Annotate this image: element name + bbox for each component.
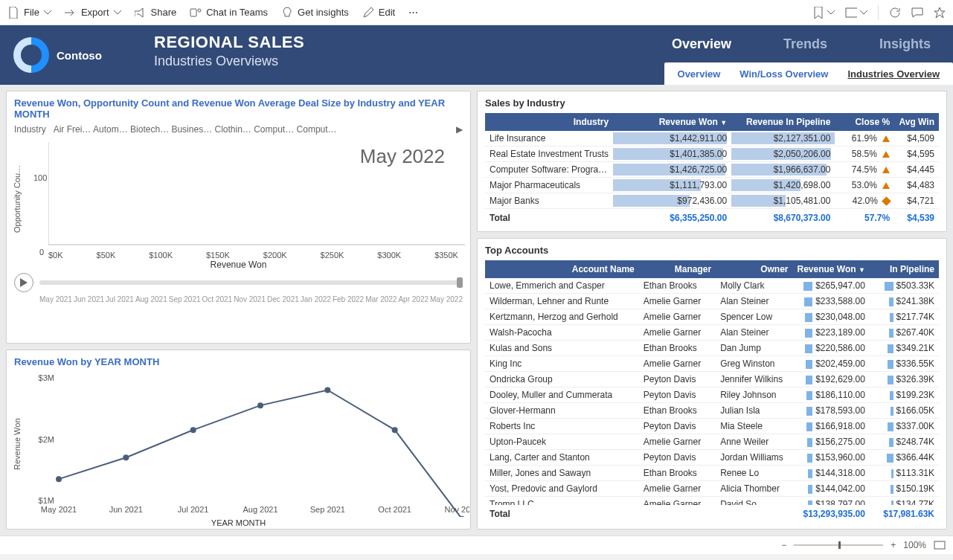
svg-rect-22 <box>934 541 945 549</box>
legend-item[interactable]: Comput… <box>254 124 294 135</box>
line-chart-card[interactable]: Revenue Won by YEAR MONTH Revenue Won $3… <box>6 350 471 530</box>
svg-text:Jul 2021: Jul 2021 <box>178 505 209 514</box>
status-bar: − + 100% <box>0 535 953 554</box>
file-icon <box>7 7 19 19</box>
legend-scroll-right-icon[interactable]: ▶ <box>456 124 463 135</box>
svg-text:Sep 2021: Sep 2021 <box>310 505 345 514</box>
ellipsis-icon: ⋯ <box>408 7 418 18</box>
pencil-icon <box>362 7 374 19</box>
star-icon[interactable] <box>934 7 946 19</box>
scatter-x-label: Revenue Won <box>14 260 463 270</box>
legend-item[interactable]: Busines… <box>171 124 212 135</box>
insights-button[interactable]: Get insights <box>281 7 349 19</box>
table-row[interactable]: Miller, Jones and Sawayn Ethan Brooks Re… <box>485 466 939 481</box>
svg-text:$3M: $3M <box>39 373 54 382</box>
table-row[interactable]: Life Insurance $1,442,911.00 $2,127,351.… <box>485 131 939 147</box>
tab-insights[interactable]: Insights <box>879 36 931 52</box>
refresh-icon[interactable] <box>889 7 901 19</box>
scatter-y-label: Opportunity Cou… <box>13 139 26 258</box>
legend-item[interactable]: Comput… <box>297 124 337 135</box>
svg-point-18 <box>392 427 398 433</box>
time-slider[interactable] <box>14 273 463 292</box>
table-row[interactable]: Kulas and Sons Ethan Brooks Dan Jump $22… <box>485 341 939 356</box>
fit-page-icon[interactable] <box>934 541 946 550</box>
line-x-label: YEAR MONTH <box>14 518 463 527</box>
chevron-down-icon <box>860 10 867 15</box>
subtab-winloss[interactable]: Win/Loss Overview <box>739 68 828 80</box>
comment-icon[interactable] <box>911 7 923 19</box>
zoom-level: 100% <box>903 540 926 550</box>
edit-button[interactable]: Edit <box>362 7 395 19</box>
table-row[interactable]: Lang, Carter and Stanton Peyton Davis Jo… <box>485 450 939 466</box>
table-row[interactable]: Dooley, Muller and Cummerata Peyton Davi… <box>485 387 939 403</box>
accounts-header: Account NameManagerOwnerRevenue Won ▼In … <box>485 260 939 278</box>
salesind-table[interactable]: IndustryRevenue Won ▼Revenue In Pipeline… <box>485 113 939 227</box>
table-row[interactable]: Lowe, Emmerich and Casper Ethan Brooks M… <box>485 278 939 294</box>
accounts-title: Top Accounts <box>485 245 939 256</box>
more-menu[interactable]: ⋯ <box>408 7 418 18</box>
svg-point-8 <box>56 476 62 482</box>
legend-item[interactable]: Clothin… <box>214 124 251 135</box>
zoom-in-button[interactable]: + <box>891 540 896 550</box>
svg-text:Aug 2021: Aug 2021 <box>243 505 277 514</box>
subtab-overview[interactable]: Overview <box>678 68 721 80</box>
report-canvas: Revenue Won, Opportunity Count and Reven… <box>0 85 953 535</box>
legend-item[interactable]: Biotech… <box>130 124 169 135</box>
subtab-industries[interactable]: Industries Overview <box>847 68 940 80</box>
play-button[interactable] <box>14 273 33 292</box>
bookmark-icon[interactable] <box>812 7 824 19</box>
zoom-out-button[interactable]: − <box>781 540 786 550</box>
svg-point-10 <box>123 454 129 460</box>
teams-chat-button[interactable]: Chat in Teams <box>190 7 268 19</box>
zoom-slider[interactable] <box>794 544 883 546</box>
table-row[interactable]: Roberts Inc Peyton Davis Mia Steele $166… <box>485 419 939 434</box>
svg-text:$2M: $2M <box>39 435 54 444</box>
slider-thumb[interactable] <box>457 277 463 288</box>
svg-text:May 2021: May 2021 <box>41 505 77 514</box>
view-icon[interactable] <box>845 7 857 19</box>
top-accounts-card[interactable]: Top Accounts Account NameManagerOwnerRev… <box>477 238 947 530</box>
svg-point-14 <box>257 402 263 408</box>
share-button[interactable]: Share <box>135 7 177 19</box>
svg-point-1 <box>198 9 201 12</box>
table-row[interactable]: Yost, Predovic and Gaylord Amelie Garner… <box>485 481 939 497</box>
table-row[interactable]: Major Pharmaceuticals $1,111,793.00 $1,4… <box>485 178 939 193</box>
table-row[interactable]: King Inc Amelie Garner Greg Winston $202… <box>485 356 939 372</box>
table-row[interactable]: Tromp LLC Amelie Garner David So $138,79… <box>485 497 939 506</box>
svg-text:Nov 2021: Nov 2021 <box>444 505 469 514</box>
table-row[interactable]: Wilderman, Lehner and Runte Amelie Garne… <box>485 294 939 309</box>
export-icon <box>65 7 77 19</box>
svg-point-12 <box>190 427 196 433</box>
accounts-table[interactable]: Lowe, Emmerich and Casper Ethan Brooks M… <box>485 278 939 505</box>
export-menu[interactable]: Export <box>65 7 121 19</box>
table-row[interactable]: Glover-Hermann Ethan Brooks Julian Isla … <box>485 403 939 419</box>
bulb-icon <box>281 7 293 19</box>
file-menu[interactable]: File <box>7 7 51 19</box>
chevron-down-icon <box>44 10 51 15</box>
slider-track[interactable] <box>39 280 463 285</box>
chevron-down-icon <box>827 10 835 15</box>
scatter-chart-card[interactable]: Revenue Won, Opportunity Count and Reven… <box>6 91 471 344</box>
table-row[interactable]: Walsh-Pacocha Amelie Garner Alan Steiner… <box>485 325 939 341</box>
legend-item[interactable]: Air Frei… <box>54 124 92 135</box>
table-row[interactable]: Major Banks $972,436.00 $1,105,481.00 42… <box>485 193 939 209</box>
table-row[interactable]: Upton-Paucek Amelie Garner Anne Weiler $… <box>485 434 939 450</box>
svg-text:$1M: $1M <box>39 496 54 505</box>
table-row[interactable]: Computer Software: Progra… $1,426,725.00… <box>485 162 939 178</box>
table-row[interactable]: Ondricka Group Peyton Davis Jennifer Wil… <box>485 372 939 387</box>
line-y-label: Revenue Won <box>13 372 26 517</box>
tab-overview[interactable]: Overview <box>672 36 731 52</box>
subnav: Overview Win/Loss Overview Industries Ov… <box>664 62 953 85</box>
svg-rect-2 <box>846 8 857 17</box>
table-row[interactable]: Kertzmann, Herzog and Gerhold Amelie Gar… <box>485 309 939 325</box>
sales-by-industry-card[interactable]: Sales by Industry IndustryRevenue Won ▼R… <box>477 91 947 232</box>
legend-item[interactable]: Autom… <box>93 124 128 135</box>
logo-icon <box>13 37 49 73</box>
brand-logo: Contoso <box>0 25 144 85</box>
line-title: Revenue Won by YEAR MONTH <box>14 356 463 367</box>
table-row[interactable]: Real Estate Investment Trusts $1,401,385… <box>485 147 939 162</box>
scatter-legend: Industry Air Frei… Autom… Biotech… Busin… <box>14 124 463 135</box>
svg-text:Oct 2021: Oct 2021 <box>378 505 411 514</box>
report-header: Contoso REGIONAL SALES Industries Overvi… <box>0 25 953 85</box>
tab-trends[interactable]: Trends <box>783 36 827 52</box>
